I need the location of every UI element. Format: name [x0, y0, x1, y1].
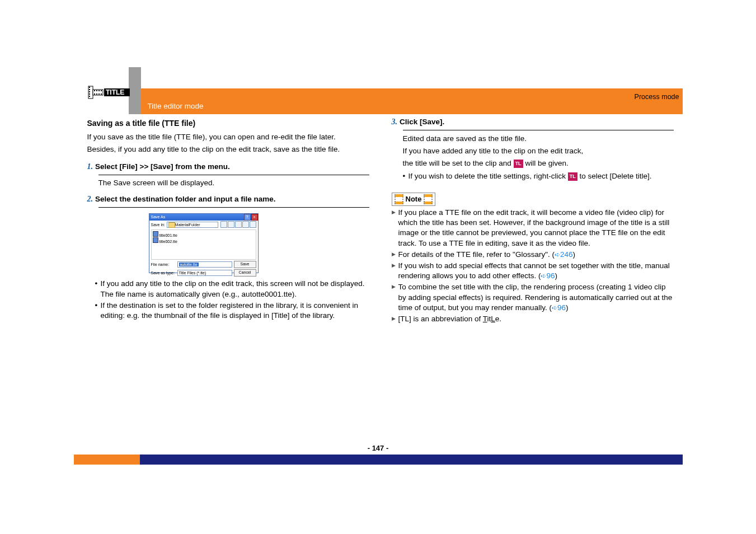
- folder-icon: [168, 222, 175, 228]
- dialog-window-buttons: ?×: [243, 214, 258, 221]
- r-bullet-delete: If you wish to delete the title settings…: [403, 171, 674, 181]
- step-1-text: Select [File] >> [Save] from the menu.: [95, 162, 230, 171]
- step-3-text: Click [Save].: [400, 118, 444, 126]
- right-column: 3. Click [Save]. Edited data are saved a…: [392, 116, 674, 325]
- note-list: If you place a TTE file on the edit trac…: [392, 208, 674, 324]
- section-title: Title editor mode: [148, 102, 204, 110]
- svg-rect-11: [94, 93, 95, 95]
- left-bullets: If you add any title to the clip on the …: [95, 279, 369, 321]
- step-1-number: 1.: [87, 162, 96, 171]
- process-mode-label: Process mode: [635, 93, 679, 101]
- svg-rect-4: [89, 93, 90, 95]
- svg-rect-7: [94, 90, 95, 91]
- note-item-1: If you place a TTE file on the edit trac…: [392, 208, 674, 249]
- filename-field: autotte.tte: [177, 261, 232, 268]
- r-para-2: If you have added any title to the clip …: [403, 146, 674, 156]
- cancel-button: Cancel: [234, 269, 256, 277]
- svg-rect-10: [101, 90, 102, 91]
- svg-text:TITLE: TITLE: [106, 88, 124, 96]
- dialog-titlebar: Save As ?×: [149, 214, 258, 221]
- r-para-1: Edited data are saved as the title file.: [403, 134, 674, 144]
- footer-orange-bar: [74, 455, 140, 465]
- svg-rect-13: [98, 93, 100, 95]
- step3-sub: Edited data are saved as the title file.…: [403, 134, 674, 181]
- link-arrow-icon: ➪: [541, 272, 546, 280]
- filename-label: File name:: [151, 263, 176, 266]
- step-2-text: Select the destination folder and input …: [95, 195, 276, 203]
- note-item-2: For details of the TTE file, refer to "G…: [392, 250, 674, 260]
- svg-rect-9: [98, 90, 100, 91]
- page-link-246[interactable]: 246: [560, 250, 573, 259]
- link-arrow-icon: ➪: [555, 251, 560, 259]
- savein-label: Save in:: [151, 223, 165, 227]
- page-link-96-b[interactable]: 96: [557, 303, 566, 312]
- step-1: 1. Select [File] >> [Save] from the menu…: [87, 162, 369, 171]
- note-item-3: If you wish to add special effects that …: [392, 261, 674, 281]
- r-para-3: the title will be set to the clip and TL…: [403, 158, 674, 168]
- step-3: 3. Click [Save].: [392, 118, 674, 127]
- step-3-number: 3.: [392, 118, 400, 127]
- file-icon: [153, 231, 158, 237]
- svg-rect-8: [96, 90, 97, 91]
- intro-paragraph-1: If you save as the title file (TTE file)…: [87, 132, 369, 142]
- intro-paragraph-2: Besides, if you add any title to the cli…: [87, 144, 369, 154]
- step-2: 2. Select the destination folder and inp…: [87, 195, 369, 204]
- svg-rect-12: [96, 93, 97, 95]
- note-item-5: [TL] is an abbreviation of TitLe.: [392, 314, 674, 324]
- svg-rect-3: [89, 91, 90, 92]
- file-list-area: title001.tte title002.tte: [151, 229, 256, 260]
- step-2-divider: [98, 207, 369, 208]
- left-column: Saving as a title file (TTE file) If you…: [83, 116, 369, 325]
- tl-clip-icon: TL: [568, 172, 577, 181]
- svg-rect-14: [101, 93, 102, 95]
- save-button: Save: [234, 261, 256, 268]
- page-number: - 147 -: [74, 444, 683, 452]
- left-bullet-2: If the destination is set to the folder …: [95, 301, 369, 321]
- dialog-nav-icons: [220, 221, 256, 228]
- step-3-divider: [403, 130, 674, 130]
- svg-rect-5: [89, 96, 90, 97]
- savetype-field: Title Files (*.tte): [177, 270, 232, 276]
- save-as-dialog-screenshot: Save As ?× Save in: MaterialFolder title…: [149, 213, 259, 273]
- dialog-title-text: Save As: [151, 214, 166, 221]
- note-box: Note: [392, 193, 436, 206]
- title-filmstrip-icon: TITLE: [87, 82, 131, 103]
- file-icon: [153, 237, 158, 243]
- note-film-icon: [424, 194, 433, 204]
- savetype-label: Save as type:: [151, 271, 176, 275]
- step-1-divider: [98, 175, 369, 175]
- note-item-4: To combine the set title with the clip, …: [392, 282, 674, 313]
- svg-rect-2: [89, 89, 90, 90]
- page-header: TITLE Process mode Title editor mode: [74, 67, 683, 113]
- step-1-sub: The Save screen will be displayed.: [98, 179, 369, 187]
- note-label: Note: [406, 195, 422, 203]
- page-link-96[interactable]: 96: [546, 271, 555, 280]
- link-arrow-icon: ➪: [552, 304, 557, 312]
- header-orange-bar: [74, 88, 683, 114]
- footer-blue-bar: [74, 455, 683, 465]
- step-2-number: 2.: [87, 195, 96, 204]
- left-heading: Saving as a title file (TTE file): [87, 119, 369, 128]
- savein-field: MaterialFolder: [167, 222, 218, 228]
- left-bullet-1: If you add any title to the clip on the …: [95, 279, 369, 299]
- note-film-icon: [395, 194, 403, 204]
- tl-clip-icon: TL: [514, 160, 523, 168]
- svg-rect-1: [89, 87, 90, 88]
